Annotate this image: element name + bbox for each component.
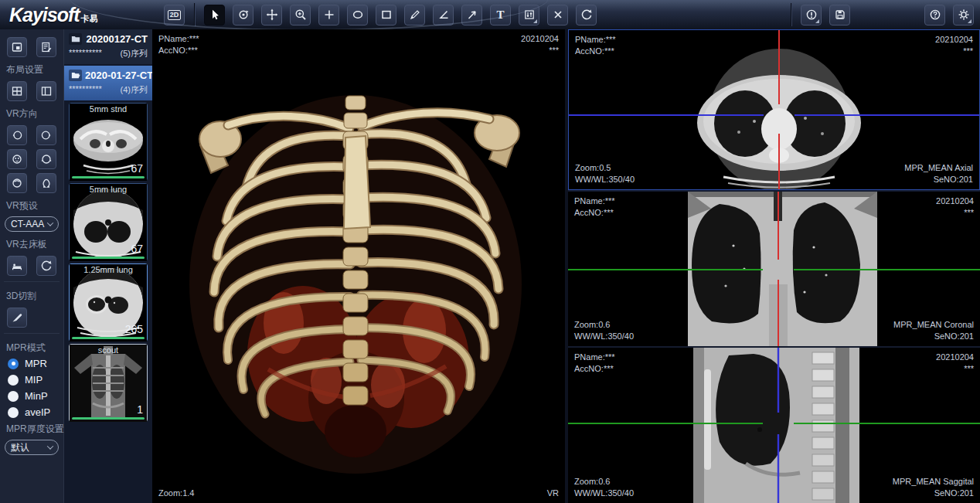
app-logo-text: Kayisoft	[9, 4, 80, 26]
mpr-mode-option-label: MPR	[25, 358, 47, 369]
coronal-type: MPR_MEAN Coronal	[893, 319, 974, 331]
tool-window-level-button[interactable]	[519, 5, 539, 25]
reset-rotate-icon	[580, 8, 593, 21]
vr-view-left-button[interactable]	[7, 125, 27, 145]
tool-pan-button[interactable]	[261, 5, 282, 25]
coronal-zoom-overlay: Zoom:0.6 WW/WL:350/40	[574, 319, 634, 342]
axial-type: MPR_MEAN Axial	[904, 162, 973, 174]
vr-pname: PName:***	[158, 33, 199, 45]
thumbnail-progress-bar	[72, 337, 145, 339]
thumbnail-progress-bar	[72, 176, 145, 178]
tool-rect-roi-button[interactable]	[376, 5, 396, 25]
bed-removal-reset-button[interactable]	[36, 256, 56, 276]
mpr-sagittal-viewport[interactable]: PName:*** AccNO:*** 20210204 *** Zoom:0.…	[568, 348, 980, 503]
face-front-icon	[11, 153, 23, 165]
tool-2d-mode-button[interactable]: 2D	[164, 5, 185, 25]
cut3d-scalpel-button[interactable]	[7, 308, 27, 328]
mpr-mode-option-minp[interactable]: MinP	[0, 388, 63, 404]
layout-grid-2x2-button[interactable]	[7, 81, 27, 101]
thumbnail-image-count: 265	[125, 323, 143, 335]
mpr-coronal-viewport[interactable]: PName:*** AccNO:*** 20210204 *** Zoom:0.…	[568, 190, 980, 348]
axial-seno: SeNO:201	[904, 174, 973, 185]
sidebar-divider	[4, 281, 60, 282]
coronal-study-overlay: 20210204 ***	[936, 195, 974, 219]
head-left-icon	[11, 129, 23, 141]
arrow-annotation-icon	[466, 8, 478, 21]
tool-cine-scroll-button[interactable]	[233, 5, 254, 25]
layout-split-button[interactable]	[36, 81, 56, 101]
sagittal-stars: ***	[936, 363, 974, 375]
vr-ribcage-render	[152, 29, 565, 503]
head-bottom-icon	[40, 177, 53, 189]
control-sidebar: 布局设置 VR方向	[0, 29, 64, 503]
window-level-icon	[523, 8, 536, 21]
study-item-2-selected[interactable]: 2020-01-27-CT ********** (4)序列	[64, 66, 152, 100]
app-logo: Kayisoft 卡易	[0, 4, 128, 26]
mpr-mode-option-mpr[interactable]: MPR	[0, 355, 63, 372]
coronal-pname: PName:***	[574, 195, 615, 207]
tool-pencil-measure-button[interactable]	[404, 5, 425, 25]
folder-open-icon	[69, 70, 82, 81]
study-item-1[interactable]: 20200127-CT ********** (5)序列	[64, 29, 152, 64]
vr-view-anterior-button[interactable]	[7, 149, 27, 169]
vr-view-right-button[interactable]	[36, 125, 56, 145]
mpr-thickness-label: MPR厚度设置	[0, 420, 63, 437]
sagittal-accno: AccNO:***	[574, 363, 615, 375]
mpr-mode-option-label: MIP	[25, 374, 43, 386]
mpr-axial-viewport[interactable]: PName:*** AccNO:*** 20210204 *** Zoom:0.…	[568, 29, 980, 190]
layout-window-button[interactable]	[7, 37, 27, 57]
vr-preset-dropdown[interactable]: CT-AAA	[5, 216, 59, 232]
vr-patient-overlay: PName:*** AccNO:***	[158, 33, 199, 56]
mpr-column: PName:*** AccNO:*** 20210204 *** Zoom:0.…	[565, 29, 980, 503]
sidebar-divider	[4, 333, 60, 334]
tool-reset-view-button[interactable]	[576, 5, 597, 25]
axial-study-overlay: 20210204 ***	[935, 34, 973, 57]
help-icon	[929, 8, 941, 21]
tool-cursor-button[interactable]	[204, 5, 225, 25]
study-patient: **********	[69, 84, 102, 96]
tool-text-annotation-button[interactable]: T	[490, 5, 511, 25]
sagittal-study-overlay: 20210204 ***	[936, 352, 974, 375]
thumbnail-image-count: 67	[131, 243, 143, 255]
settings-button[interactable]	[953, 5, 974, 25]
mpr-mode-option-mip[interactable]: MIP	[0, 372, 63, 388]
tool-angle-measure-button[interactable]	[433, 5, 454, 25]
radio-icon	[8, 407, 19, 418]
tool-crosshair-button[interactable]	[318, 5, 339, 25]
vr-zoom-overlay: Zoom:1.4	[158, 488, 194, 499]
vr-viewport[interactable]: PName:*** AccNO:*** 20210204 *** Zoom:1.…	[152, 29, 565, 503]
tool-arrow-annotation-button[interactable]	[461, 5, 482, 25]
sagittal-pname: PName:***	[574, 352, 615, 363]
mpr-thickness-dropdown[interactable]: 默认	[5, 440, 59, 455]
vr-view-superior-button[interactable]	[7, 173, 27, 193]
coronal-type-overlay: MPR_MEAN Coronal SeNO:201	[893, 319, 974, 342]
tool-delete-annotation-button[interactable]	[547, 5, 568, 25]
thumbnail-image-count: 1	[137, 403, 143, 416]
save-button[interactable]	[829, 5, 850, 25]
report-edit-button[interactable]	[36, 37, 56, 57]
study-patient: **********	[69, 48, 102, 59]
thumbnail-label: scout	[70, 345, 147, 355]
vr-view-posterior-button[interactable]	[36, 149, 56, 169]
vr-view-inferior-button[interactable]	[36, 173, 56, 193]
sagittal-type-overlay: MPR_MEAN Saggital SeNO:201	[893, 476, 974, 499]
report-edit-icon	[40, 41, 53, 53]
tool-zoom-button[interactable]	[290, 5, 311, 25]
series-panel: 20200127-CT ********** (5)序列 2020-01-27-…	[64, 29, 152, 503]
bed-removal-button[interactable]	[7, 256, 27, 276]
series-thumbnail-5mm-stnd[interactable]: 5mm stnd 67	[69, 103, 148, 181]
thumbnail-image-count: 67	[131, 162, 143, 175]
mpr-thickness-value: 默认	[11, 441, 29, 454]
series-thumbnail-scout[interactable]: scout 1	[69, 344, 148, 422]
thumbnail-scout-image	[70, 345, 147, 422]
help-button[interactable]	[924, 5, 945, 25]
sagittal-zoom-overlay: Zoom:0.6 WW/WL:350/40	[574, 476, 634, 499]
series-thumbnail-125mm-lung[interactable]: 1.25mm lung 265	[69, 263, 148, 342]
mpr-mode-option-label: aveIP	[25, 406, 50, 418]
head-right-icon	[40, 129, 53, 141]
tool-ellipse-roi-button[interactable]	[347, 5, 368, 25]
report-button[interactable]	[801, 5, 822, 25]
mpr-mode-option-aveip[interactable]: aveIP	[0, 404, 63, 420]
series-thumbnail-5mm-lung[interactable]: 5mm lung 67	[69, 183, 148, 261]
coronal-wwwl: WW/WL:350/40	[574, 331, 634, 342]
